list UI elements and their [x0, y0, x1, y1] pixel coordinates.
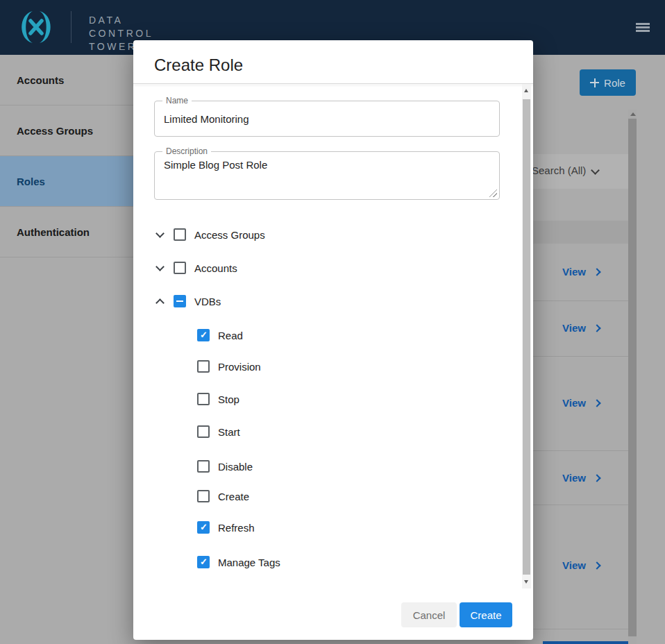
chevron-right-icon — [593, 474, 600, 482]
checkbox-provision[interactable] — [197, 360, 210, 373]
scroll-up-icon[interactable] — [630, 112, 636, 116]
tree-item-label: Disable — [218, 461, 253, 473]
dialog-header-divider — [133, 83, 533, 84]
tree-item-read: Read — [154, 327, 243, 344]
view-link[interactable]: View — [562, 322, 600, 334]
tree-group-label: VDBs — [194, 296, 221, 307]
tree-item-label: Start — [218, 426, 240, 438]
view-link-label: View — [562, 472, 586, 484]
view-link[interactable]: View — [562, 266, 600, 278]
name-field: Name — [154, 101, 500, 137]
checkbox-stop[interactable] — [197, 393, 210, 405]
resize-handle-icon[interactable] — [489, 189, 497, 197]
view-link-label: View — [562, 266, 586, 278]
create-button[interactable]: Create — [460, 602, 512, 627]
sidebar-item-label: Roles — [17, 176, 45, 187]
sidebar-item-label: Accounts — [17, 74, 64, 86]
tree-group-label: Access Groups — [194, 229, 265, 241]
checkbox-vdbs[interactable] — [174, 295, 186, 307]
checkbox-access-groups[interactable] — [174, 228, 186, 241]
tree-group-label: Accounts — [194, 262, 237, 274]
add-role-button[interactable]: Role — [580, 69, 636, 96]
tree-item-create: Create — [154, 488, 249, 505]
checkbox-start[interactable] — [197, 425, 210, 438]
view-link-label: View — [562, 559, 586, 571]
clipped-blue-element — [543, 641, 629, 644]
plus-icon — [590, 78, 599, 87]
checkbox-read[interactable] — [197, 329, 210, 341]
tree-group-vdbs: VDBs — [154, 293, 221, 310]
sidebar-item-authentication[interactable]: Authentication — [0, 207, 133, 257]
checkbox-manage-tags[interactable] — [197, 556, 210, 568]
checkbox-refresh[interactable] — [197, 521, 210, 534]
scroll-down-icon[interactable] — [524, 580, 528, 584]
brand-divider — [71, 11, 71, 43]
scroll-up-icon[interactable] — [524, 89, 528, 92]
dialog-title: Create Role — [154, 56, 243, 75]
tree-item-provision: Provision — [154, 358, 261, 375]
tree-item-label: Read — [218, 330, 243, 341]
view-link[interactable]: View — [562, 559, 600, 571]
description-field-label: Description — [162, 146, 211, 156]
description-input[interactable]: Simple Blog Post Role — [164, 159, 490, 195]
brand-line: DATA — [89, 14, 153, 27]
sidebar-item-access-groups[interactable]: Access Groups — [0, 105, 133, 156]
tree-item-start: Start — [154, 423, 240, 440]
description-field: Description Simple Blog Post Role — [154, 151, 500, 200]
expand-chevron-icon[interactable] — [155, 229, 165, 238]
tree-item-label: Stop — [218, 393, 239, 405]
dialog-scrollbar[interactable] — [522, 84, 531, 588]
view-link[interactable]: View — [562, 472, 600, 484]
tree-item-manage-tags: Manage Tags — [154, 554, 280, 570]
sidebar-item-label: Access Groups — [17, 125, 93, 137]
add-role-button-label: Role — [604, 77, 625, 89]
expand-chevron-icon[interactable] — [155, 262, 165, 271]
hamburger-menu-icon[interactable] — [636, 23, 650, 32]
view-link[interactable]: View — [562, 397, 600, 409]
tree-item-disable: Disable — [154, 458, 253, 475]
search-filter-label[interactable]: Search (All) — [532, 164, 586, 176]
name-input[interactable] — [164, 101, 490, 136]
chevron-right-icon — [593, 399, 600, 407]
checkbox-accounts[interactable] — [174, 262, 186, 274]
sidebar-item-roles[interactable]: Roles — [0, 156, 133, 207]
chevron-right-icon — [593, 561, 600, 569]
tree-item-label: Manage Tags — [218, 557, 280, 568]
tree-group-access-groups: Access Groups — [154, 226, 265, 243]
tree-item-label: Provision — [218, 361, 261, 373]
tree-item-label: Create — [218, 491, 249, 502]
brand-line: CONTROL — [89, 27, 153, 40]
dialog-scrollbar-thumb[interactable] — [523, 99, 530, 575]
create-role-dialog: Create Role Name Description Simple Blog… — [133, 40, 533, 640]
page-scrollbar[interactable] — [628, 110, 637, 644]
collapse-chevron-icon[interactable] — [155, 298, 165, 307]
delphix-logo-icon — [14, 9, 58, 45]
sidebar-item-accounts[interactable]: Accounts — [0, 55, 133, 105]
page-scrollbar-thumb[interactable] — [628, 119, 637, 636]
checkbox-create[interactable] — [197, 490, 210, 502]
tree-item-refresh: Refresh — [154, 519, 255, 536]
cancel-button[interactable]: Cancel — [401, 602, 457, 627]
chevron-right-icon — [593, 324, 600, 332]
tree-item-label: Refresh — [218, 522, 255, 534]
chevron-right-icon — [593, 268, 600, 276]
view-link-label: View — [562, 397, 586, 409]
sidebar-item-label: Authentication — [17, 226, 90, 238]
checkbox-disable[interactable] — [197, 460, 210, 473]
tree-item-stop: Stop — [154, 391, 239, 407]
view-link-label: View — [562, 322, 586, 334]
tree-group-accounts: Accounts — [154, 260, 237, 276]
